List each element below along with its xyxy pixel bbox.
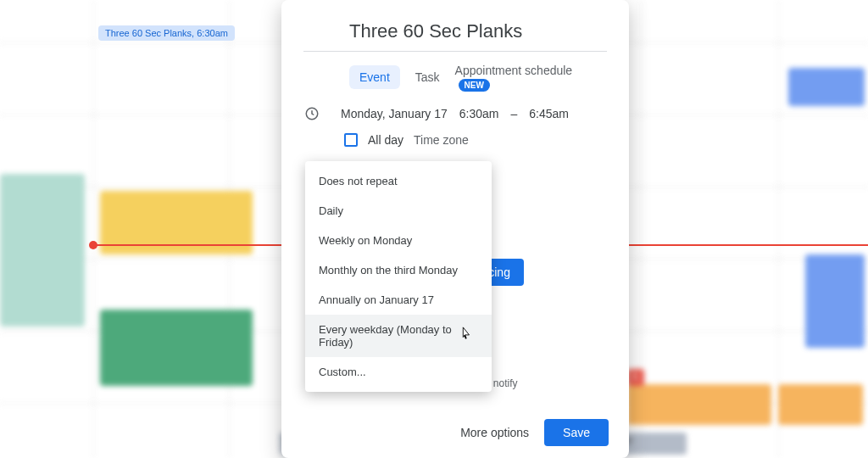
tab-event[interactable]: Event <box>349 65 400 89</box>
repeat-option-daily[interactable]: Daily <box>305 196 492 226</box>
cursor-pointer-icon <box>458 327 473 345</box>
tab-appointment[interactable]: Appointment schedule NEW <box>455 64 607 91</box>
repeat-option-monthly[interactable]: Monthly on the third Monday <box>305 255 492 285</box>
all-day-label: All day <box>368 133 403 147</box>
clock-icon <box>303 106 320 121</box>
repeat-option-weekly[interactable]: Weekly on Monday <box>305 226 492 255</box>
repeat-option-none[interactable]: Does not repeat <box>305 166 492 196</box>
time-row: Monday, January 17 6:30am – 6:45am <box>303 101 607 126</box>
event-start-time[interactable]: 6:30am <box>459 107 499 120</box>
repeat-option-custom[interactable]: Custom... <box>305 357 492 387</box>
new-badge: NEW <box>459 79 490 92</box>
all-day-checkbox[interactable] <box>344 133 358 147</box>
event-title[interactable]: Three 60 Sec Planks <box>303 17 607 52</box>
time-zone-link[interactable]: Time zone <box>414 133 469 147</box>
tab-task[interactable]: Task <box>415 70 440 84</box>
event-type-tabs: Event Task Appointment schedule NEW <box>303 52 607 101</box>
event-date[interactable]: Monday, January 17 <box>341 107 448 120</box>
repeat-option-annually[interactable]: Annually on January 17 <box>305 285 492 315</box>
save-button[interactable]: Save <box>544 419 609 446</box>
event-chip[interactable]: Three 60 Sec Planks, 6:30am <box>98 25 235 41</box>
event-end-time[interactable]: 6:45am <box>529 107 569 120</box>
repeat-dropdown: Does not repeat Daily Weekly on Monday M… <box>305 161 492 392</box>
more-options-button[interactable]: More options <box>460 426 529 439</box>
